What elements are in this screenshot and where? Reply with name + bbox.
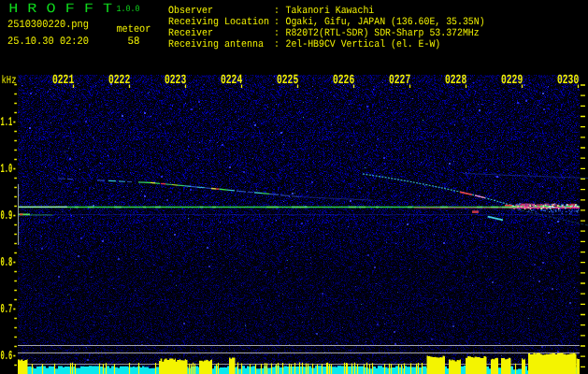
svg-text:0229: 0229 — [501, 73, 523, 88]
svg-text:0228: 0228 — [445, 73, 466, 88]
svg-text:1.1-: 1.1- — [1, 116, 17, 130]
svg-text:0230: 0230 — [557, 73, 579, 88]
svg-text:Observer: Observer — [168, 5, 213, 17]
svg-text:0226: 0226 — [333, 73, 354, 88]
svg-text:0.6-: 0.6- — [1, 350, 17, 364]
svg-text:Takanori Kawachi: Takanori Kawachi — [286, 5, 375, 17]
svg-text:1.0-: 1.0- — [1, 163, 17, 177]
svg-text:0222: 0222 — [108, 73, 130, 88]
svg-text:Receiving Location: Receiving Location — [168, 16, 269, 28]
svg-text::: : — [275, 39, 280, 50]
svg-text:2510300220.png: 2510300220.png — [7, 19, 89, 31]
svg-text:58: 58 — [128, 36, 140, 48]
svg-text:0.7-: 0.7- — [1, 303, 17, 317]
svg-text:0225: 0225 — [277, 73, 298, 88]
svg-text:Receiving antenna: Receiving antenna — [168, 38, 264, 50]
svg-text:Receiver: Receiver — [168, 27, 213, 39]
svg-text:25.10.30 02:20: 25.10.30 02:20 — [7, 36, 89, 48]
svg-text:R820T2(RTL-SDR) SDR-Sharp 53.3: R820T2(RTL-SDR) SDR-Sharp 53.372MHz — [286, 27, 480, 39]
svg-text:0227: 0227 — [389, 73, 410, 88]
svg-text:Ogaki, Gifu, JAPAN (136.60E, 3: Ogaki, Gifu, JAPAN (136.60E, 35.35N) — [286, 16, 485, 28]
svg-text:0221: 0221 — [52, 73, 74, 88]
svg-text:1.0.0: 1.0.0 — [117, 4, 140, 14]
svg-text:0223: 0223 — [165, 73, 186, 88]
svg-text:0224: 0224 — [221, 73, 242, 88]
svg-text:2el-HB9CV Vertical (el. E-W): 2el-HB9CV Vertical (el. E-W) — [286, 38, 441, 50]
svg-text:0.9-: 0.9- — [1, 209, 17, 223]
svg-text:meteor: meteor — [116, 23, 151, 36]
svg-text::: : — [275, 6, 280, 17]
svg-text::: : — [275, 17, 280, 28]
svg-text:H R O F F T: H R O F F T — [8, 2, 112, 17]
svg-text:0.8-: 0.8- — [1, 256, 17, 270]
svg-text:kHz: kHz — [2, 74, 17, 87]
svg-text::: : — [275, 28, 280, 39]
